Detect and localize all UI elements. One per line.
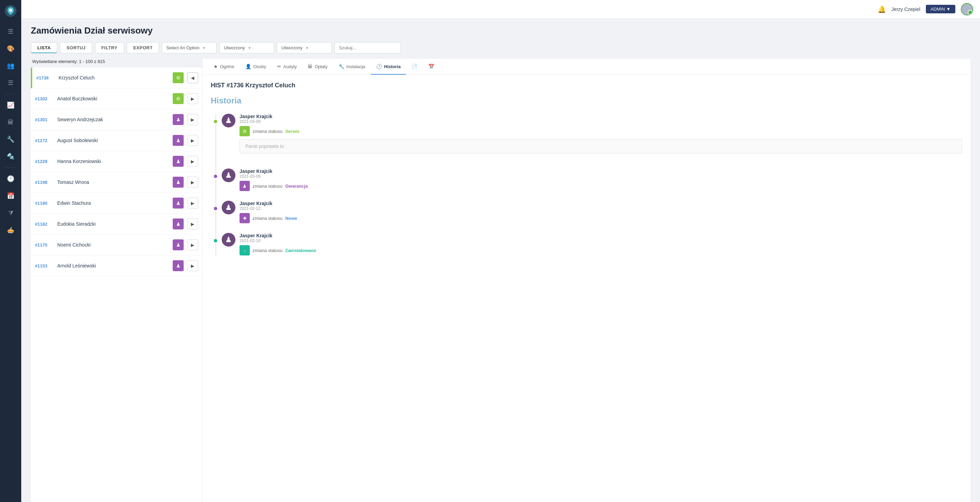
list-row-name: Edwin Stachura bbox=[57, 200, 169, 206]
timeline-dot bbox=[213, 238, 218, 243]
puzzle-icon-button[interactable]: ♟ bbox=[173, 218, 184, 229]
timeline-entry: ♟ Jasper Krajcik 2021-02-10 ↓ zmiana sta… bbox=[222, 233, 962, 256]
settings-icon-button[interactable]: ⚙ bbox=[173, 93, 184, 104]
svg-point-1 bbox=[9, 9, 12, 12]
arrow-right-button[interactable]: ▶ bbox=[187, 114, 198, 125]
list-row-id: #1229 bbox=[35, 159, 54, 164]
arrow-right-button[interactable]: ▶ bbox=[187, 135, 198, 146]
list-row-name: Tomasz Wrona bbox=[57, 180, 169, 185]
detail-tabs: ★ Ogólne 👤 Osoby ✏ Audyty 🏛 Opłaty bbox=[202, 59, 970, 75]
sidebar-item-analytics[interactable]: 📈 bbox=[3, 98, 18, 113]
sidebar: ☰ 🎨 👥 ☰ 📈 🏛 🔧 🔩 🕐 📅 ⧩ 🥧 bbox=[0, 0, 21, 502]
list-icon: ☰ bbox=[8, 79, 13, 87]
puzzle-icon-button[interactable]: ♟ bbox=[173, 198, 184, 208]
tab-filtry[interactable]: FILTRY bbox=[95, 42, 124, 53]
tab-sortuj[interactable]: SORTUJ bbox=[60, 42, 92, 53]
arrow-right-button[interactable]: ▶ bbox=[187, 93, 198, 104]
action-status: Nowe bbox=[285, 216, 297, 221]
detail-content: HIST #1736 Krzysztof Celuch Historia ♟ bbox=[202, 75, 970, 502]
list-item[interactable]: #1153 Arnold Leśniewski ♟ ▶ bbox=[31, 256, 202, 276]
user-avatar: ♟ bbox=[222, 114, 235, 127]
sidebar-item-clock[interactable]: 🕐 bbox=[3, 171, 18, 186]
puzzle-icon-button[interactable]: ♟ bbox=[173, 239, 184, 250]
action-status: Gwarancja bbox=[285, 184, 308, 189]
tab-historia[interactable]: 🕐 Historia bbox=[371, 59, 406, 75]
arrow-right-button[interactable]: ▶ bbox=[187, 198, 198, 208]
action-badge: ↓ bbox=[240, 245, 250, 256]
sidebar-item-wrench[interactable]: 🔩 bbox=[3, 149, 18, 164]
tab-osoby[interactable]: 👤 Osoby bbox=[240, 59, 272, 75]
dropdown-utworzony-1[interactable]: Utworzony ▼ bbox=[219, 42, 274, 53]
tab-lista[interactable]: LISTA bbox=[31, 42, 57, 53]
arrow-right-button[interactable]: ▶ bbox=[187, 218, 198, 229]
list-row-id: #1272 bbox=[35, 138, 54, 143]
tab-ogolne-label: Ogólne bbox=[220, 64, 234, 69]
list-row-id: #1182 bbox=[35, 222, 54, 227]
users-icon: 👥 bbox=[7, 62, 14, 70]
edit-icon: ✏ bbox=[277, 64, 281, 69]
list-item[interactable]: #1736 Krzysztof Celuch ⚙ ◀ bbox=[31, 67, 202, 88]
bell-icon[interactable]: 🔔 bbox=[878, 5, 886, 13]
svg-point-2 bbox=[965, 6, 969, 10]
admin-button[interactable]: ADMIN ▼ bbox=[926, 5, 955, 13]
tab-instalacja[interactable]: 🔧 Instalacja bbox=[333, 59, 371, 75]
content-area: Wyświetlane elementy: 1 - 100 z 815 #173… bbox=[31, 59, 970, 502]
tab-export[interactable]: EXPORT bbox=[127, 42, 159, 53]
list-row-id: #1190 bbox=[35, 201, 54, 206]
tab-audyty[interactable]: ✏ Audyty bbox=[272, 59, 302, 75]
list-item[interactable]: #1302 Anatol Buczkowski ⚙ ▶ bbox=[31, 88, 202, 109]
puzzle-icon-button[interactable]: ♟ bbox=[173, 260, 184, 271]
list-row-name: Anatol Buczkowski bbox=[57, 96, 169, 102]
arrow-right-button[interactable]: ▶ bbox=[187, 156, 198, 167]
puzzle-icon-button[interactable]: ♟ bbox=[173, 135, 184, 146]
list-item[interactable]: #1272 August Sobolewski ♟ ▶ bbox=[31, 130, 202, 151]
tab-ogolne[interactable]: ★ Ogólne bbox=[208, 59, 240, 75]
arrow-right-button[interactable]: ▶ bbox=[187, 177, 198, 187]
comment-box[interactable]: Panie poprawta to bbox=[240, 139, 962, 153]
svg-point-3 bbox=[963, 10, 971, 15]
sidebar-item-menu-toggle[interactable]: ☰ bbox=[3, 24, 18, 39]
timeline-entry: ♟ Jasper Krajcik 2021-03-09 ♟ zmiana sta… bbox=[222, 168, 962, 191]
list-row-name: Hanna Korzeniowski bbox=[57, 159, 169, 164]
sidebar-item-dashboard[interactable]: 🎨 bbox=[3, 41, 18, 56]
sidebar-item-calendar[interactable]: 📅 bbox=[3, 188, 18, 203]
sidebar-item-pie-chart[interactable]: 🥧 bbox=[3, 222, 18, 238]
dropdown-select-option[interactable]: Select An Option ▼ bbox=[162, 42, 216, 53]
list-item[interactable]: #1229 Hanna Korzeniowski ♟ ▶ bbox=[31, 151, 202, 172]
arrow-left-button[interactable]: ◀ bbox=[187, 72, 198, 83]
chevron-down-icon: ▼ bbox=[202, 46, 206, 50]
timeline-user-name: Jasper Krajcik bbox=[240, 168, 962, 174]
search-input[interactable] bbox=[334, 42, 401, 53]
list-item[interactable]: #1190 Edwin Stachura ♟ ▶ bbox=[31, 193, 202, 214]
list-item[interactable]: #1182 Eudokia Sieradzki ♟ ▶ bbox=[31, 214, 202, 235]
timeline-action: ✚ zmiana statusu Nowe bbox=[240, 213, 962, 223]
sidebar-item-list[interactable]: ☰ bbox=[3, 75, 18, 91]
puzzle-icon-button[interactable]: ♟ bbox=[173, 156, 184, 167]
list-item[interactable]: #1198 Tomasz Wrona ♟ ▶ bbox=[31, 172, 202, 193]
list-row-name: Seweryn Andrzejczak bbox=[57, 117, 169, 122]
sidebar-item-users[interactable]: 👥 bbox=[3, 58, 18, 73]
toolbar: LISTA SORTUJ FILTRY EXPORT Select An Opt… bbox=[31, 42, 970, 53]
tab-calendar[interactable]: 📅 bbox=[423, 59, 440, 75]
avatar-icon: ♟ bbox=[225, 116, 232, 125]
puzzle-icon-button[interactable]: ♟ bbox=[173, 114, 184, 125]
sidebar-item-bank[interactable]: 🏛 bbox=[3, 115, 18, 130]
calendar-icon: 📅 bbox=[7, 192, 14, 200]
wrench-icon: 🔩 bbox=[7, 153, 14, 160]
list-item[interactable]: #1301 Seweryn Andrzejczak ♟ ▶ bbox=[31, 109, 202, 130]
list-item[interactable]: #1175 Noemi Cichocki ♟ ▶ bbox=[31, 235, 202, 256]
tab-oplaty[interactable]: 🏛 Opłaty bbox=[302, 59, 333, 75]
sidebar-divider-1 bbox=[5, 94, 17, 94]
settings-icon-button[interactable]: ⚙ bbox=[173, 72, 184, 83]
tab-document[interactable]: 📄 bbox=[406, 59, 423, 75]
sidebar-logo[interactable] bbox=[3, 3, 18, 19]
arrow-right-button[interactable]: ▶ bbox=[187, 260, 198, 271]
dropdown-label: Utworzony bbox=[281, 45, 302, 50]
arrow-right-button[interactable]: ▶ bbox=[187, 239, 198, 250]
sidebar-item-tools[interactable]: 🔧 bbox=[3, 132, 18, 147]
chevron-down-icon: ▼ bbox=[248, 46, 251, 50]
puzzle-icon-button[interactable]: ♟ bbox=[173, 177, 184, 187]
analytics-icon: 📈 bbox=[7, 102, 14, 109]
dropdown-utworzony-2[interactable]: Utworzony ▼ bbox=[277, 42, 332, 53]
sidebar-item-filter[interactable]: ⧩ bbox=[3, 205, 18, 221]
